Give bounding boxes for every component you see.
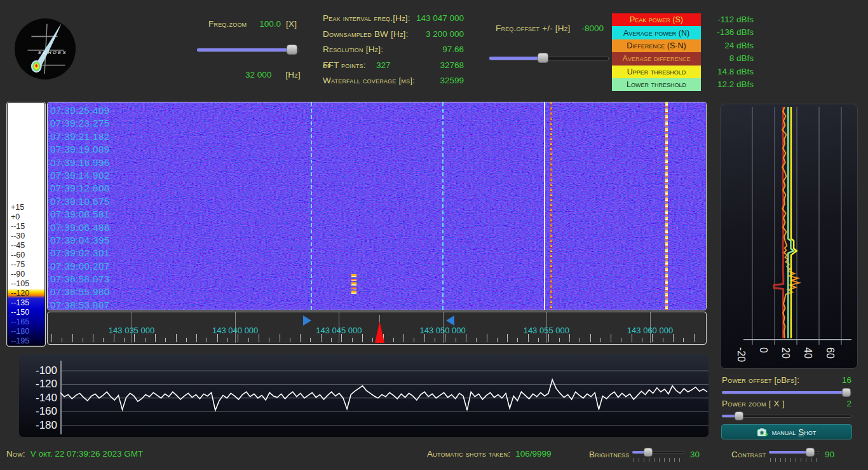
brightness-label: Brightness	[589, 450, 630, 459]
legend-button[interactable]: Peak power (S)	[612, 13, 701, 26]
contrast-ticks	[770, 458, 819, 462]
spectrum-plot-panel: -100-120-140-160-180	[19, 354, 709, 437]
legend-row: Upper threshold14.8 dBfs	[612, 66, 754, 78]
scale-label: +0	[11, 212, 20, 222]
scale-label: --105	[11, 279, 29, 289]
power-zoom-slider-knob[interactable]	[735, 411, 743, 420]
power-offset-slider-knob[interactable]	[842, 388, 851, 397]
legend-readout: 24 dBfs	[706, 39, 754, 52]
scale-label: --30	[11, 232, 25, 241]
waterfall-timestamp: 07:39:00.207	[50, 260, 110, 273]
stats-panel: Peak interval freq.[Hz]: 143 047 000 Dow…	[323, 11, 464, 90]
waterfall-timestamp: 07:39:23.275	[50, 117, 110, 130]
freq-zoom-slider-fill	[197, 48, 292, 52]
power-offset-slider-fill	[722, 391, 846, 394]
interference-line-yellow	[665, 102, 668, 310]
scale-label: +15	[11, 203, 24, 212]
brightness-slider-knob[interactable]	[644, 448, 653, 457]
power-zoom-value: 2	[846, 399, 851, 408]
contrast-slider-fill	[769, 451, 810, 453]
manual-shot-button[interactable]: manual Shot	[721, 424, 852, 439]
legend-row: Lower threshold12.2 dBfs	[612, 78, 754, 91]
difference-tick-label: -20	[735, 347, 747, 362]
freq-zoom-slider-knob[interactable]	[287, 45, 297, 55]
contrast-value: 90	[825, 450, 834, 459]
now-value: V окт. 22 07:39:26 2023 GMT	[31, 449, 143, 459]
legend-readout: 8 dBfs	[706, 52, 754, 65]
waterfall-timestamp: 07:39:08.581	[50, 208, 110, 221]
freq-offset-group: Freq.offset +/- [Hz] -8000	[496, 24, 604, 33]
legend-button[interactable]: Upper threshold	[612, 66, 701, 78]
scale-label: --75	[11, 260, 25, 270]
meteor-echo-blob	[351, 274, 356, 294]
svg-text:ECHOES: ECHOES	[38, 50, 67, 55]
interval-upper-bound-line	[442, 102, 444, 310]
legend-button[interactable]: Difference (S-N)	[612, 39, 701, 52]
manual-shot-label: manual Shot	[772, 427, 816, 437]
stat-label: Waterfall coverage [ms]:	[323, 76, 415, 85]
status-shots-group: Automatic shots taken: 106/9999	[427, 449, 551, 459]
contrast-slider-knob[interactable]	[806, 448, 815, 457]
difference-plot	[721, 104, 857, 368]
interval-end-marker-icon	[446, 315, 454, 326]
echoes-logo-icon: ECHOES	[14, 18, 76, 80]
waterfall-timestamp: 07:38:53.887	[50, 299, 110, 310]
stat-peak-interval-freq: Peak interval freq.[Hz]: 143 047 000	[323, 11, 464, 27]
waterfall-noise	[48, 102, 706, 310]
power-offset-group: Power offset [dBfs]: 16	[722, 375, 851, 385]
contrast-slider[interactable]	[769, 448, 819, 458]
scale-label: --120	[11, 289, 29, 298]
legend-button[interactable]: Lower threshold	[612, 78, 701, 91]
scale-label: --180	[11, 327, 29, 336]
waterfall-timestamps: 07:39:25.40907:39:23.27507:39:21.18207:3…	[50, 104, 110, 310]
power-offset-value: 16	[842, 375, 851, 385]
camera-icon	[757, 428, 768, 436]
frequency-tick-label: 143 060 000	[627, 326, 673, 335]
difference-tick-label: 20	[780, 347, 791, 359]
waterfall-timestamp: 07:39:21.182	[50, 130, 110, 143]
fft-of-label: of	[323, 60, 331, 70]
power-offset-slider[interactable]	[722, 388, 851, 398]
contrast-label: Contrast	[731, 450, 766, 459]
waterfall-timestamp: 07:39:10.675	[50, 195, 110, 208]
difference-tick-label: 60	[824, 347, 836, 359]
difference-tick-label: 0	[757, 347, 769, 353]
carrier-signal-line	[544, 102, 545, 310]
legend-button[interactable]: Average difference	[612, 52, 701, 65]
freq-offset-slider-knob[interactable]	[538, 53, 548, 63]
waterfall-display: 07:39:25.40907:39:23.27507:39:21.18207:3…	[47, 102, 707, 310]
waterfall-timestamp: 07:39:16.996	[50, 156, 110, 169]
brightness-slider[interactable]	[632, 448, 684, 458]
legend-readout: -136 dBfs	[706, 26, 754, 39]
waterfall-timestamp: 07:39:06.488	[50, 221, 110, 234]
frequency-tick-label: 143 045 000	[316, 326, 362, 335]
interference-line-orange	[550, 102, 552, 310]
colormap-scale: +15+0--15--30--45--60--75--90--105--120-…	[6, 102, 46, 347]
power-tick-label: -140	[24, 392, 57, 404]
stat-value: 143 047 000	[416, 13, 464, 23]
scale-label: --165	[11, 317, 29, 327]
waterfall-timestamp: 07:39:19.089	[50, 143, 110, 156]
spectrum-plot	[60, 354, 709, 437]
difference-plot-panel: -200204060	[720, 104, 858, 369]
legend-button[interactable]: Average power (N)	[612, 26, 701, 39]
freq-offset-label: Freq.offset +/- [Hz]	[496, 24, 570, 33]
waterfall-timestamp: 07:38:55.980	[50, 286, 110, 298]
frequency-tick-label: 143 040 000	[212, 326, 258, 335]
legend-row: Difference (S-N)24 dBfs	[612, 39, 754, 52]
frequency-tick-label: 143 050 000	[419, 326, 465, 335]
frequency-ruler[interactable]: 143 035 000143 040 000143 045 000143 050…	[47, 312, 707, 345]
fft-total-value: 32768	[440, 60, 464, 70]
waterfall-timestamp: 07:39:12.808	[50, 182, 110, 195]
freq-offset-slider-fill	[489, 57, 543, 60]
freq-offset-slider[interactable]	[489, 53, 609, 63]
freq-zoom-unit: [X]	[286, 19, 297, 29]
power-zoom-group: Power zoom [ X ] 2	[722, 399, 851, 408]
shots-taken-value: 106/9999	[515, 449, 551, 459]
power-zoom-slider[interactable]	[722, 411, 851, 422]
power-zoom-label: Power zoom [ X ]	[722, 399, 785, 408]
power-tick-label: -100	[24, 364, 57, 377]
freq-zoom-slider[interactable]	[197, 45, 299, 55]
scale-label: --60	[11, 251, 25, 260]
power-tick-label: -180	[24, 419, 57, 432]
